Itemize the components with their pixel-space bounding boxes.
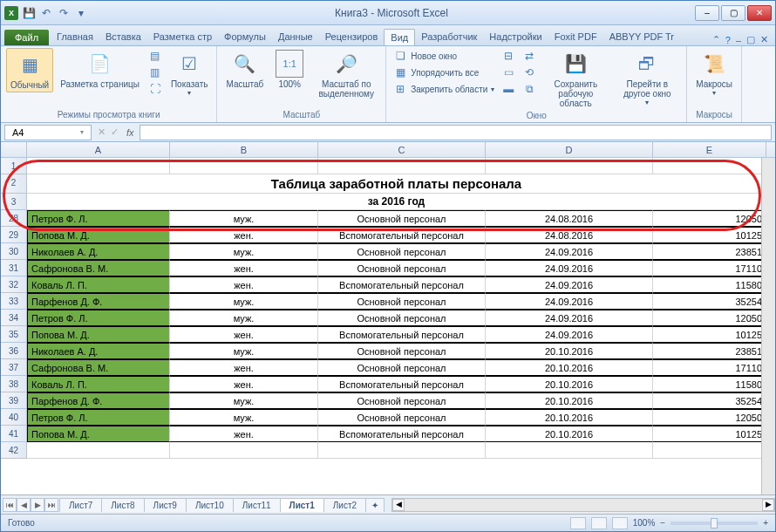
row-header[interactable]: 40 — [1, 409, 27, 426]
cell[interactable]: муж. — [170, 343, 318, 359]
tab-формулы[interactable]: Формулы — [218, 29, 272, 45]
doc-restore-icon[interactable]: ▢ — [746, 34, 755, 45]
zoom-in-button[interactable]: + — [763, 518, 768, 528]
cell[interactable] — [170, 442, 318, 459]
table-subtitle[interactable]: за 2016 год — [27, 194, 766, 210]
hide-button[interactable]: ▭ — [500, 65, 517, 80]
normal-view-button[interactable]: ▦Обычный — [6, 48, 53, 92]
zoom-100-button[interactable]: 1:1100% — [270, 48, 309, 91]
cell[interactable]: Петров Ф. Л. — [27, 310, 170, 326]
freeze-panes-button[interactable]: ⊞Закрепить области▾ — [391, 81, 496, 97]
grid-rows[interactable]: 12Таблица заработной платы персонала3за … — [1, 158, 775, 494]
help-icon[interactable]: ? — [725, 35, 731, 45]
cell[interactable]: 12050 — [653, 409, 766, 426]
cell[interactable]: 24.09.2016 — [486, 326, 653, 343]
sheet-prev-icon[interactable]: ◀ — [17, 498, 31, 512]
custom-views-button[interactable]: ▥ — [146, 65, 164, 80]
cell[interactable]: жен. — [170, 376, 318, 392]
name-box[interactable]: A4▾ — [4, 125, 92, 140]
cell[interactable]: муж. — [170, 293, 318, 310]
cell[interactable] — [27, 442, 170, 459]
file-tab[interactable]: Файл — [4, 30, 49, 45]
row-header[interactable]: 39 — [1, 392, 27, 409]
cell[interactable]: Николаев А. Д. — [27, 343, 170, 359]
cancel-icon[interactable]: ✕ — [98, 126, 106, 138]
row-header[interactable]: 30 — [1, 243, 27, 260]
cell[interactable]: 12050 — [653, 310, 766, 326]
cell[interactable]: Вспомогательный персонал — [318, 426, 486, 442]
normal-view-icon[interactable] — [570, 517, 586, 529]
cell[interactable] — [486, 158, 653, 174]
cell[interactable]: Вспомогательный персонал — [318, 227, 486, 243]
macros-button[interactable]: 📜Макросы▾ — [692, 48, 736, 99]
cell[interactable] — [318, 442, 486, 459]
save-workspace-button[interactable]: 💾Сохранить рабочую область — [541, 48, 609, 110]
fx-icon[interactable]: fx — [126, 127, 134, 138]
cell[interactable]: 24.09.2016 — [486, 276, 653, 293]
zoom-selection-button[interactable]: 🔎Масштаб по выделенному — [312, 48, 380, 100]
row-header[interactable]: 28 — [1, 210, 27, 227]
cell[interactable] — [486, 442, 653, 459]
tab-вид[interactable]: Вид — [384, 29, 415, 45]
minimize-ribbon-icon[interactable]: ⌃ — [712, 34, 720, 45]
cell[interactable]: жен. — [170, 260, 318, 276]
page-layout-view-icon[interactable] — [591, 517, 607, 529]
cell[interactable]: Сафронова В. М. — [27, 260, 170, 276]
cell[interactable]: 10125 — [653, 326, 766, 343]
horizontal-scrollbar[interactable]: ◀ ▶ — [391, 498, 775, 512]
cell[interactable]: Основной персонал — [318, 260, 486, 276]
row-header[interactable]: 33 — [1, 293, 27, 310]
cell[interactable]: Основной персонал — [318, 310, 486, 326]
new-sheet-button[interactable]: ✦ — [365, 498, 385, 512]
redo-icon[interactable]: ↷ — [57, 6, 71, 20]
maximize-button[interactable]: ▢ — [721, 5, 745, 21]
cell[interactable]: 11580 — [653, 276, 766, 293]
cell[interactable] — [318, 158, 486, 174]
sheet-tab-Лист7[interactable]: Лист7 — [59, 498, 102, 512]
sheet-tab-Лист10[interactable]: Лист10 — [186, 498, 234, 512]
zoom-button[interactable]: 🔍Масштаб — [222, 48, 267, 91]
arrange-all-button[interactable]: ▦Упорядочить все — [391, 65, 496, 80]
cell[interactable]: Основной персонал — [318, 359, 486, 376]
sync-scroll-button[interactable]: ⇄ — [521, 48, 538, 64]
cell[interactable]: 10125 — [653, 227, 766, 243]
sheet-tab-Лист11[interactable]: Лист11 — [233, 498, 281, 512]
cell[interactable] — [27, 158, 170, 174]
cell[interactable]: Основной персонал — [318, 293, 486, 310]
cell[interactable]: Попова М. Д. — [27, 426, 170, 442]
tab-вставка[interactable]: Вставка — [99, 29, 147, 45]
cell[interactable]: 20.10.2016 — [486, 426, 653, 442]
cell[interactable]: 23851 — [653, 343, 766, 359]
row-header[interactable]: 29 — [1, 227, 27, 243]
cell[interactable]: Парфенов Д. Ф. — [27, 392, 170, 409]
select-all-corner[interactable] — [1, 142, 27, 157]
row-header[interactable]: 37 — [1, 359, 27, 376]
cell[interactable]: 12050 — [653, 210, 766, 227]
row-header[interactable]: 38 — [1, 376, 27, 392]
unhide-button[interactable]: ▬ — [500, 81, 517, 97]
cell[interactable]: Основной персонал — [318, 392, 486, 409]
col-header-E[interactable]: E — [653, 142, 766, 157]
table-title[interactable]: Таблица заработной платы персонала — [27, 174, 766, 194]
col-header-A[interactable]: A — [27, 142, 170, 157]
row-header[interactable]: 3 — [1, 194, 27, 210]
zoom-level[interactable]: 100% — [633, 518, 656, 528]
row-header[interactable]: 36 — [1, 343, 27, 359]
cell[interactable]: 20.10.2016 — [486, 409, 653, 426]
cell[interactable]: 23851 — [653, 243, 766, 260]
row-header[interactable]: 1 — [1, 158, 27, 174]
zoom-out-button[interactable]: − — [660, 518, 665, 528]
cell[interactable]: 11580 — [653, 376, 766, 392]
tab-надстройки[interactable]: Надстройки — [483, 29, 548, 45]
cell[interactable]: 35254 — [653, 392, 766, 409]
tab-главная[interactable]: Главная — [51, 29, 99, 45]
tab-разметка стр[interactable]: Разметка стр — [147, 29, 218, 45]
cell[interactable]: муж. — [170, 210, 318, 227]
cell[interactable]: 20.10.2016 — [486, 392, 653, 409]
row-header[interactable]: 35 — [1, 326, 27, 343]
cell[interactable]: Попова М. Д. — [27, 227, 170, 243]
cell[interactable]: 20.10.2016 — [486, 343, 653, 359]
save-icon[interactable]: 💾 — [22, 6, 36, 20]
row-header[interactable]: 31 — [1, 260, 27, 276]
doc-close-icon[interactable]: ✕ — [760, 34, 768, 45]
